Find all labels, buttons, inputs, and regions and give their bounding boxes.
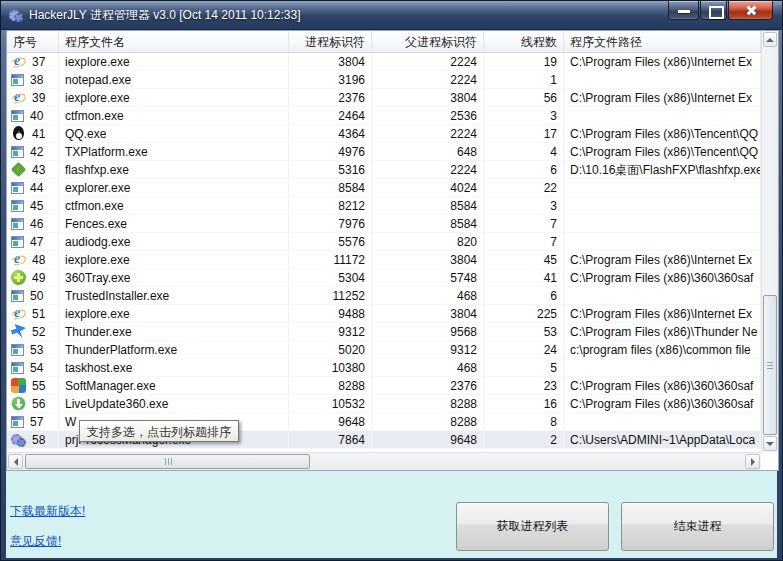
row-number: 50 (30, 287, 43, 305)
table-row[interactable]: 45ctfmon.exe821285843 (7, 197, 761, 215)
table-row[interactable]: 47audiodg.exe55768207 (7, 233, 761, 251)
download-latest-link[interactable]: 下载最新版本! (10, 503, 85, 520)
row-number: 48 (32, 251, 45, 269)
row-number-cell: 40 (7, 107, 59, 125)
process-name: notepad.exe (59, 71, 289, 89)
parent-process-id: 4024 (372, 179, 484, 197)
winapp-icon (11, 344, 24, 356)
row-number-cell: 55 (7, 377, 59, 395)
column-header-2[interactable]: 进程标识符 (289, 31, 372, 52)
thread-count: 23 (484, 377, 564, 395)
column-header-1[interactable]: 程序文件名 (59, 31, 289, 52)
scroll-right-button[interactable] (745, 454, 760, 469)
column-header-5[interactable]: 程序文件路径 (564, 31, 761, 52)
process-name: TXPlatform.exe (59, 143, 289, 161)
row-number: 55 (32, 377, 45, 395)
process-name: iexplore.exe (59, 305, 289, 323)
parent-process-id: 3804 (372, 89, 484, 107)
process-name: Thunder.exe (59, 323, 289, 341)
process-id: 9312 (289, 323, 372, 341)
row-number-cell: 41 (7, 125, 59, 143)
table-row[interactable]: 46Fences.exe797685847 (7, 215, 761, 233)
horizontal-scrollbar[interactable] (7, 452, 761, 470)
table-row[interactable]: 37iexplore.exe3804222419C:\Program Files… (7, 53, 761, 71)
table-row[interactable]: 55SoftManager.exe8288237623C:\Program Fi… (7, 377, 761, 395)
maximize-button[interactable] (700, 1, 727, 20)
row-number-cell: 51 (7, 305, 59, 323)
row-number-cell: 45 (7, 197, 59, 215)
table-row[interactable]: 41QQ.exe4364222417C:\Program Files (x86)… (7, 125, 761, 143)
process-path (564, 107, 761, 125)
table-row[interactable]: 44explorer.exe8584402422 (7, 179, 761, 197)
row-number-cell: 48 (7, 251, 59, 269)
get-process-list-button[interactable]: 获取进程列表 (456, 502, 609, 551)
table-row[interactable]: 50TrustedInstaller.exe112524686 (7, 287, 761, 305)
thread-count: 4 (484, 143, 564, 161)
table-row[interactable]: 40ctfmon.exe246425363 (7, 107, 761, 125)
column-header-4[interactable]: 线程数 (484, 31, 564, 52)
end-process-button[interactable]: 结束进程 (621, 502, 774, 551)
table-row[interactable]: 38notepad.exe319622241 (7, 71, 761, 89)
thumb-grip (168, 458, 169, 465)
process-id: 8212 (289, 197, 372, 215)
live360-icon (11, 396, 26, 411)
process-id: 2464 (289, 107, 372, 125)
table-row[interactable]: 52Thunder.exe9312956853C:\Program Files … (7, 323, 761, 341)
thread-count: 7 (484, 215, 564, 233)
process-name: ThunderPlatform.exe (59, 341, 289, 359)
close-button[interactable] (728, 1, 773, 20)
table-row[interactable]: 39iexplore.exe2376380456C:\Program Files… (7, 89, 761, 107)
process-name: 360Tray.exe (59, 269, 289, 287)
column-header-3[interactable]: 父进程标识符 (372, 31, 484, 52)
process-name: SoftManager.exe (59, 377, 289, 395)
table-row[interactable]: 54taskhost.exe103804685 (7, 359, 761, 377)
column-header-0[interactable]: 序号 (7, 31, 59, 52)
table-row[interactable]: 48iexplore.exe11172380445C:\Program File… (7, 251, 761, 269)
process-name: audiodg.exe (59, 233, 289, 251)
horizontal-scroll-thumb[interactable] (25, 454, 310, 469)
scroll-left-button[interactable] (8, 454, 23, 469)
process-name: LiveUpdate360.exe (59, 395, 289, 413)
thread-count: 19 (484, 53, 564, 71)
process-path: C:\Program Files (x86)\Thunder Ne (564, 323, 761, 341)
winapp-icon (11, 236, 24, 248)
row-number: 56 (32, 395, 45, 413)
row-number: 54 (30, 359, 43, 377)
table-row[interactable]: 42TXPlatform.exe49766484C:\Program Files… (7, 143, 761, 161)
process-path: C:\Program Files (x86)\Internet Ex (564, 251, 761, 269)
table-row[interactable]: 51iexplore.exe94883804225C:\Program File… (7, 305, 761, 323)
process-id: 8584 (289, 179, 372, 197)
gears-icon (9, 8, 23, 22)
scroll-down-button[interactable] (763, 436, 777, 451)
thunder-icon (11, 324, 26, 339)
parent-process-id: 2224 (372, 71, 484, 89)
thread-count: 225 (484, 305, 564, 323)
feedback-link[interactable]: 意见反馈! (10, 533, 61, 550)
vertical-scrollbar[interactable] (761, 31, 778, 452)
window-title: HackerJLY 进程管理器 v3.0 [Oct 14 2011 10:12:… (29, 7, 300, 24)
process-path: C:\Program Files (x86)\Tencent\QQ (564, 143, 761, 161)
scroll-up-button[interactable] (763, 32, 777, 47)
row-number: 43 (32, 161, 45, 179)
parent-process-id: 820 (372, 233, 484, 251)
table-row[interactable]: 53ThunderPlatform.exe5020931224c:\progra… (7, 341, 761, 359)
thread-count: 17 (484, 125, 564, 143)
caption-buttons (667, 1, 773, 20)
table-row[interactable]: 56LiveUpdate360.exe10532828816C:\Program… (7, 395, 761, 413)
minimize-button[interactable] (668, 1, 699, 20)
table-row[interactable]: 43flashfxp.exe531622246D:\10.16桌面\FlashF… (7, 161, 761, 179)
thread-count: 22 (484, 179, 564, 197)
process-name: flashfxp.exe (59, 161, 289, 179)
thread-count: 1 (484, 71, 564, 89)
winapp-icon (11, 146, 24, 158)
row-number: 41 (32, 125, 45, 143)
parent-process-id: 3804 (372, 251, 484, 269)
parent-process-id: 9568 (372, 323, 484, 341)
parent-process-id: 648 (372, 143, 484, 161)
process-path: C:\Program Files (x86)\360\360saf (564, 395, 761, 413)
process-path (564, 215, 761, 233)
ie-icon (11, 252, 26, 267)
arrow-up-icon (766, 38, 774, 42)
table-row[interactable]: 49360Tray.exe5304574841C:\Program Files … (7, 269, 761, 287)
vertical-scroll-thumb[interactable] (763, 295, 777, 435)
